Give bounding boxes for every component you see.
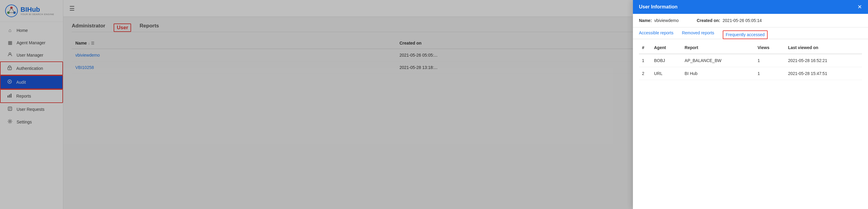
row-last-viewed: 2021-05-28 16:52:21 [785,54,862,67]
user-information-modal: User Information ✕ Name: vbiviewdemo Cre… [633,0,868,209]
col-num: # [639,41,651,54]
tab-frequently-accessed[interactable]: Frequently accessed [723,30,768,39]
row-report: AP_BALANCE_BW [682,54,755,67]
name-value: vbiviewdemo [654,18,679,23]
modal-body: # Agent Report Views Last viewed on 1 BO… [633,39,868,209]
row-num: 2 [639,67,651,80]
row-last-viewed: 2021-05-28 15:47:51 [785,67,862,80]
modal-close-button[interactable]: ✕ [858,4,862,10]
row-agent: BOBJ [651,54,682,67]
modal-info-bar: Name: vbiviewdemo Created on: 2021-05-26… [633,14,868,27]
row-agent: URL [651,67,682,80]
row-num: 1 [639,54,651,67]
modal-title: User Information [639,4,678,10]
table-row: 2 URL BI Hub 1 2021-05-28 15:47:51 [639,67,862,80]
modal-created-info: Created on: 2021-05-26 05:05:14 [697,18,762,23]
modal-name-info: Name: vbiviewdemo [639,18,679,23]
modal-header: User Information ✕ [633,0,868,14]
col-views: Views [755,41,785,54]
row-views: 1 [755,67,785,80]
col-last-viewed: Last viewed on [785,41,862,54]
frequently-accessed-table: # Agent Report Views Last viewed on 1 BO… [639,41,862,80]
row-views: 1 [755,54,785,67]
row-report: BI Hub [682,67,755,80]
col-agent: Agent [651,41,682,54]
table-row: 1 BOBJ AP_BALANCE_BW 1 2021-05-28 16:52:… [639,54,862,67]
tab-removed-reports[interactable]: Removed reports [682,30,714,39]
modal-tabs: Accessible reports Removed reports Frequ… [633,27,868,39]
created-label: Created on: [697,18,720,23]
modal-overlay: User Information ✕ Name: vbiviewdemo Cre… [0,0,868,209]
created-value: 2021-05-26 05:05:14 [723,18,762,23]
col-report: Report [682,41,755,54]
tab-accessible-reports[interactable]: Accessible reports [639,30,673,39]
name-label: Name: [639,18,652,23]
